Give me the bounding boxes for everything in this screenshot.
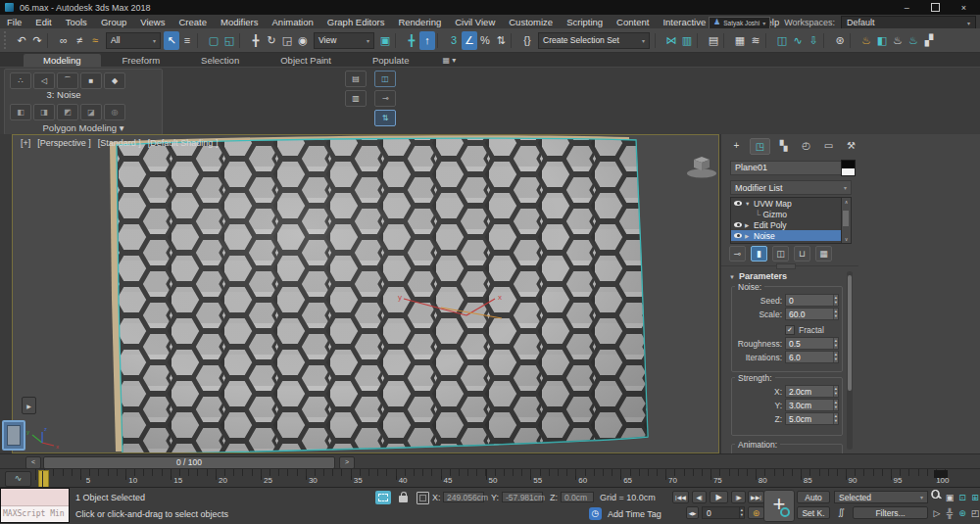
separator[interactable] (850, 33, 857, 48)
configure-modifier-sets-icon[interactable]: ▦ (815, 246, 832, 262)
unlink-selection-icon[interactable]: ≠ (72, 31, 87, 50)
ribbon-tab[interactable]: Populate (353, 54, 429, 67)
modifier-stack-row[interactable]: ▼ UVW Map (731, 198, 841, 209)
previous-modifier-icon[interactable]: ▥ (345, 90, 367, 107)
percent-snap-toggle-icon[interactable]: % (477, 31, 493, 50)
strength-y-field[interactable]: 3.0cm▴▾ (785, 399, 839, 411)
spinner-arrows[interactable]: ▴▾ (739, 507, 744, 518)
render-production-icon[interactable]: ♨ (906, 31, 921, 50)
select-and-manipulate-icon[interactable]: ╋ (404, 31, 419, 50)
workspace-dropdown[interactable]: Default ▾ (841, 16, 976, 29)
user-account-button[interactable]: ♟ Satyak Joshi ▾ (709, 17, 770, 29)
modifier-stack-row[interactable]: ▶ Noise (731, 230, 841, 241)
maximize-button[interactable] (931, 3, 940, 12)
zoom-extents-icon[interactable]: ⊡ (956, 490, 968, 504)
a360-render-icon[interactable]: ▞ (921, 31, 937, 50)
expand-arrow-icon[interactable]: ▼ (745, 201, 751, 207)
transform-typein-toggle[interactable] (416, 492, 429, 504)
menu-item[interactable]: Content (610, 17, 656, 27)
close-button[interactable]: × (961, 3, 966, 13)
tab-display[interactable]: ▭ (819, 138, 838, 153)
select-and-rotate-icon[interactable]: ↻ (264, 31, 279, 50)
menu-item[interactable]: File (0, 17, 28, 27)
spinner-arrows[interactable]: ▴▾ (833, 295, 838, 306)
lock-selection-icon[interactable] (399, 496, 408, 502)
render-frame-icon[interactable]: ⇩ (806, 31, 821, 50)
separator[interactable] (197, 33, 204, 48)
toggle-command-panel-ribbon-icon[interactable]: ⇅ (374, 110, 396, 126)
mirror-icon[interactable]: ⋈ (663, 31, 679, 50)
menu-item[interactable]: Tools (59, 17, 94, 27)
previous-frame-playback-button[interactable]: ◀| (692, 491, 707, 503)
tab-motion[interactable]: ◴ (797, 138, 815, 153)
spinner-arrows[interactable]: ▴▾ (833, 413, 838, 424)
menu-item[interactable]: Graph Editors (320, 17, 392, 27)
reference-coordinate-dropdown[interactable]: View ▾ (314, 32, 374, 49)
next-frame-playback-button[interactable]: |▶ (731, 491, 746, 503)
maxscript-macro-line[interactable] (1, 489, 69, 506)
tab-modify[interactable]: ◳ (750, 138, 770, 155)
show-end-result-ribbon-icon[interactable]: ◫ (374, 71, 396, 87)
scene-explorer-open-button[interactable]: ▶ (22, 397, 36, 414)
mass-fx-icon[interactable]: ⊛ (832, 31, 848, 50)
separator[interactable] (239, 33, 246, 48)
show-end-result-icon[interactable]: ▮ (751, 246, 767, 262)
separator[interactable] (765, 33, 772, 48)
seed-field[interactable]: 0▴▾ (785, 294, 839, 307)
separator[interactable] (47, 33, 54, 48)
mini-curve-editor-button[interactable]: ∿ (5, 471, 31, 487)
set-key-button[interactable]: Set K. (797, 506, 830, 519)
select-and-scale-icon[interactable]: ◲ (279, 31, 295, 50)
schematic-view-icon[interactable]: ≋ (748, 31, 763, 50)
viewport-menu-general[interactable]: [+] (21, 138, 30, 148)
coord-y-field[interactable]: -57.981cm (502, 492, 543, 502)
ribbon-tab[interactable]: Object Paint (261, 54, 351, 67)
expand-arrow-icon[interactable]: ▶ (745, 222, 751, 228)
angle-snap-toggle-icon[interactable]: ∠ (462, 31, 477, 50)
fov-icon[interactable]: ▷ (931, 505, 943, 520)
viewport-menu-standard[interactable]: [Standard ] (98, 138, 141, 148)
curve-editor-icon[interactable]: ▦ (732, 31, 748, 50)
separator[interactable] (823, 33, 830, 48)
rectangular-selection-region-icon[interactable]: ▢ (206, 31, 221, 50)
auto-key-button[interactable]: Auto (797, 491, 830, 503)
coord-z-field[interactable]: 0.0cm (561, 492, 594, 502)
border-mode-icon[interactable]: ⌒ (57, 72, 78, 89)
tab-hierarchy[interactable]: ▚ (774, 138, 793, 153)
orbit-icon[interactable]: ⊛ (956, 505, 968, 520)
ribbon-tab[interactable]: Freeform (103, 54, 180, 67)
separator[interactable] (655, 33, 662, 48)
select-and-place-icon[interactable]: ◉ (295, 31, 311, 50)
separator[interactable] (697, 33, 704, 48)
eye-icon[interactable] (734, 222, 742, 227)
play-button[interactable]: ▶ (710, 491, 728, 503)
object-name-field[interactable]: Plane01 (730, 161, 842, 175)
menu-item[interactable]: Interactive (656, 17, 712, 27)
selection-filter-dropdown[interactable]: All ▾ (106, 32, 161, 49)
modifier-stack-row[interactable]: ▶ Edit Poly (731, 219, 841, 230)
vertex-mode-icon[interactable]: ∴ (10, 72, 31, 89)
pin-stack-ribbon-icon[interactable]: ⊸ (374, 90, 396, 107)
modifier-list-dropdown[interactable]: Modifier List ▾ (730, 180, 852, 195)
edit-named-selection-sets-icon[interactable]: {} (519, 31, 535, 50)
spinner-arrows[interactable]: ▴▾ (833, 352, 838, 362)
render-iterative-icon[interactable]: ♨ (890, 31, 906, 50)
track-view-icon[interactable]: ∿ (790, 31, 806, 50)
separator[interactable] (395, 33, 402, 48)
snaps-toggle-icon[interactable]: 3 (446, 31, 462, 50)
polygon-mode-icon[interactable]: ■ (80, 72, 102, 89)
separator[interactable] (511, 33, 517, 48)
redo-icon[interactable]: ↷ (29, 31, 45, 50)
selection-set-dropdown[interactable]: Selected ▾ (834, 491, 928, 503)
select-and-move-icon[interactable]: ╋ (248, 31, 264, 50)
spinner-arrows[interactable]: ▴▾ (833, 386, 838, 397)
ring-selection-icon[interactable]: ◩ (57, 104, 78, 120)
ignore-backfacing-icon[interactable]: ◎ (104, 104, 125, 120)
rendered-frame-window-icon[interactable]: ◧ (874, 31, 890, 50)
track-bar[interactable]: ∿ 05101520253035404550556065707580859095… (0, 468, 980, 488)
separator[interactable] (437, 33, 444, 48)
spinner-arrows[interactable]: ▴▾ (833, 338, 838, 349)
menu-item[interactable]: Edit (28, 17, 58, 27)
menu-item[interactable]: Create (172, 17, 214, 27)
expand-arrow-icon[interactable]: ▶ (745, 233, 751, 239)
